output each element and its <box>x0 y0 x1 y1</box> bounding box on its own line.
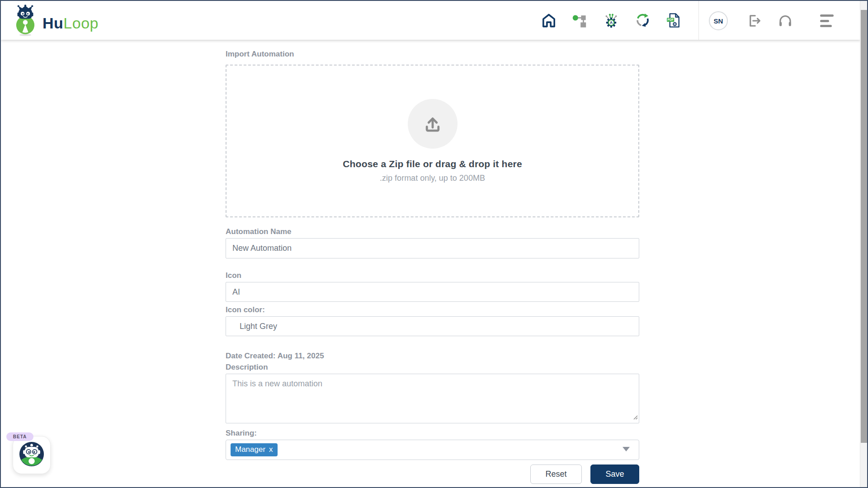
svg-text:A: A <box>610 20 613 25</box>
section-title: Import Automation <box>226 50 639 59</box>
sync-icon[interactable] <box>633 11 651 29</box>
zip-dropzone[interactable]: Choose a Zip file or drag & drop it here… <box>226 65 639 217</box>
sharing-label: Sharing: <box>226 429 639 438</box>
sharing-select[interactable]: Manager x <box>226 440 639 460</box>
icon-color-label: Icon color: <box>226 305 639 314</box>
app-window: HuLoop <box>0 0 868 488</box>
menu-icon[interactable] <box>820 14 835 27</box>
upload-icon <box>408 99 458 149</box>
reset-button[interactable]: Reset <box>530 465 582 484</box>
user-avatar[interactable]: SN <box>709 11 728 30</box>
dropzone-title: Choose a Zip file or drag & drop it here <box>343 159 522 169</box>
headset-icon[interactable] <box>776 12 794 30</box>
ai-settings-icon[interactable]: A <box>602 11 620 29</box>
form-actions: Reset Save <box>226 465 639 484</box>
svg-text:PDF: PDF <box>668 18 674 21</box>
header-divider <box>698 1 699 40</box>
save-button[interactable]: Save <box>590 465 639 484</box>
primary-nav-icons: A PDF <box>540 11 683 29</box>
scrollbar-thumb[interactable] <box>861 10 867 443</box>
huloop-wordmark: HuLoop <box>42 7 99 39</box>
beta-badge: BETA <box>6 432 33 441</box>
workflow-icon[interactable] <box>571 11 589 29</box>
chip-remove-icon[interactable]: x <box>269 445 273 454</box>
automation-name-label: Automation Name <box>226 227 639 236</box>
home-icon[interactable] <box>540 11 558 29</box>
date-created-text: Date Created: Aug 11, 2025 <box>226 352 639 361</box>
icon-input[interactable] <box>226 282 639 302</box>
assistant-launcher-button[interactable] <box>13 436 51 474</box>
dropzone-subtitle: .zip format only, up to 200MB <box>380 174 485 183</box>
import-automation-form: Import Automation Choose a Zip file or d… <box>226 40 639 484</box>
chip-label: Manager <box>235 445 265 454</box>
pdf-export-icon[interactable]: PDF <box>665 11 683 29</box>
resize-handle-icon[interactable] <box>632 413 638 422</box>
huloop-robot-logo-icon <box>13 4 38 39</box>
sharing-chip-manager: Manager x <box>231 443 278 456</box>
description-label: Description <box>226 363 639 372</box>
assistant-robot-icon <box>19 441 45 469</box>
description-textarea[interactable]: This is a new automation <box>226 374 639 423</box>
icon-label: Icon <box>226 271 639 280</box>
top-navigation-bar: HuLoop <box>1 1 861 40</box>
huloop-logo[interactable]: HuLoop <box>13 4 99 39</box>
icon-color-input[interactable] <box>226 316 639 336</box>
logout-icon[interactable] <box>745 12 763 30</box>
automation-name-input[interactable] <box>226 238 639 258</box>
vertical-scrollbar <box>860 1 867 487</box>
chevron-down-icon[interactable] <box>623 447 630 451</box>
